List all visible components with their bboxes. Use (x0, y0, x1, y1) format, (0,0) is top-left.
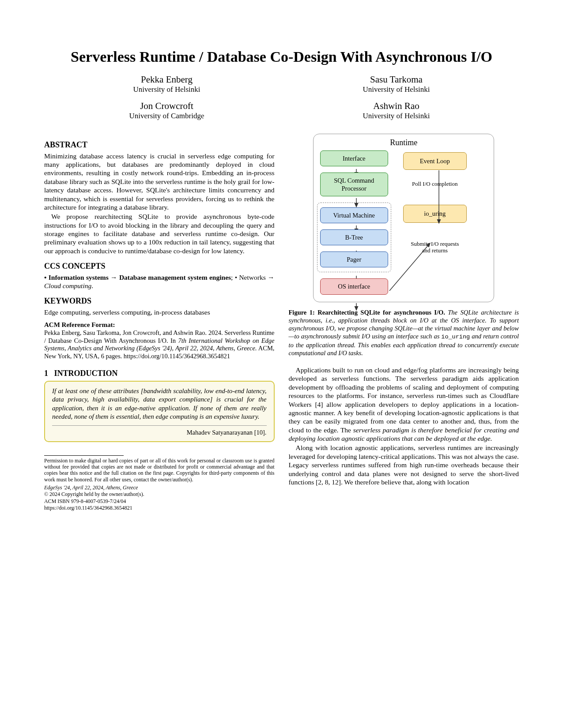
dashed-group: Virtual Machine B-Tree Pager (317, 203, 391, 272)
poll-label: Poll I/O completion (411, 180, 459, 188)
author-name: Pekka Enberg (96, 74, 238, 85)
body-para: Applications built to run on cloud and e… (289, 366, 519, 443)
keywords-body: Edge computing, serverless computing, in… (44, 308, 275, 316)
ccs-text: Cloud computing (44, 282, 91, 289)
ccs-heading: CCS CONCEPTS (44, 261, 275, 271)
paper-title: Serverless Runtime / Database Co-Design … (44, 49, 519, 65)
interface-box: Interface (320, 150, 388, 166)
quote-divider (52, 425, 267, 426)
author-affiliation: University of Helsinki (96, 85, 238, 94)
event-loop-box: Event Loop (403, 152, 467, 170)
pager-box: Pager (320, 251, 388, 267)
body-para: Along with location agnostic application… (289, 443, 519, 486)
author-affiliation: University of Helsinki (326, 85, 467, 94)
section-number: 1 (44, 369, 48, 378)
io-uring-box: io_uring (403, 205, 467, 222)
venue-line: EdgeSys '24, April 22, 2024, Athens, Gre… (44, 484, 275, 491)
vm-box: Virtual Machine (320, 207, 388, 223)
ccs-body: • Information systems → Database managem… (44, 273, 275, 290)
footnote-rule (44, 455, 124, 456)
author-name: Jon Crowcroft (96, 101, 238, 112)
abstract-para: Minimizing database access latency is cr… (44, 152, 275, 212)
authors-block: Pekka Enberg University of Helsinki Jon … (44, 74, 519, 127)
figure-caption: Figure 1: Rearchitecting SQLite for asyn… (289, 308, 519, 357)
body-text: Applications built to run on cloud and e… (289, 366, 519, 434)
isbn-line: ACM ISBN 979-8-4007-0539-7/24/04 (44, 498, 275, 505)
author-affiliation: University of Helsinki (326, 112, 467, 120)
sql-processor-box: SQL Command Processor (320, 173, 388, 196)
ccs-text: • Information systems → Database managem… (44, 274, 231, 281)
btree-box: B-Tree (320, 229, 388, 245)
ccs-text: ; • Networks → (231, 274, 274, 281)
acm-ref-heading: ACM Reference Format: (44, 321, 275, 329)
abstract-para: We propose rearchitecting SQLite to prov… (44, 212, 275, 255)
code-text: io_uring (441, 334, 470, 340)
doi-line: https://doi.org/10.1145/3642968.3654821 (44, 505, 275, 512)
acm-ref-body: Pekka Enberg, Sasu Tarkoma, Jon Crowcrof… (44, 329, 275, 360)
quote-box: If at least one of these attributes [ban… (44, 381, 275, 442)
quote-text: If at least one of these attributes [ban… (52, 387, 267, 421)
abstract-heading: ABSTRACT (44, 140, 275, 150)
figure-title: Figure 1: Rearchitecting SQLite for asyn… (289, 309, 448, 316)
section-heading: 1 INTRODUCTION (44, 368, 275, 379)
section-title: INTRODUCTION (54, 369, 118, 378)
submits-label: Submits I/O requests and returns (411, 240, 459, 254)
os-interface-box: OS interface (320, 278, 388, 294)
author-name: Sasu Tarkoma (326, 74, 467, 85)
author-name: Ashwin Rao (326, 101, 467, 112)
runtime-label: Runtime (320, 138, 487, 148)
author-affiliation: University of Cambridge (96, 112, 238, 120)
copyright-line: © 2024 Copyright held by the owner/autho… (44, 491, 275, 498)
keywords-heading: KEYWORDS (44, 296, 275, 306)
permission-text: Permission to make digital or hard copie… (44, 458, 275, 483)
quote-attribution: Mahadev Satyanarayanan [10]. (52, 428, 267, 437)
figure-diagram: Runtime (313, 134, 494, 302)
